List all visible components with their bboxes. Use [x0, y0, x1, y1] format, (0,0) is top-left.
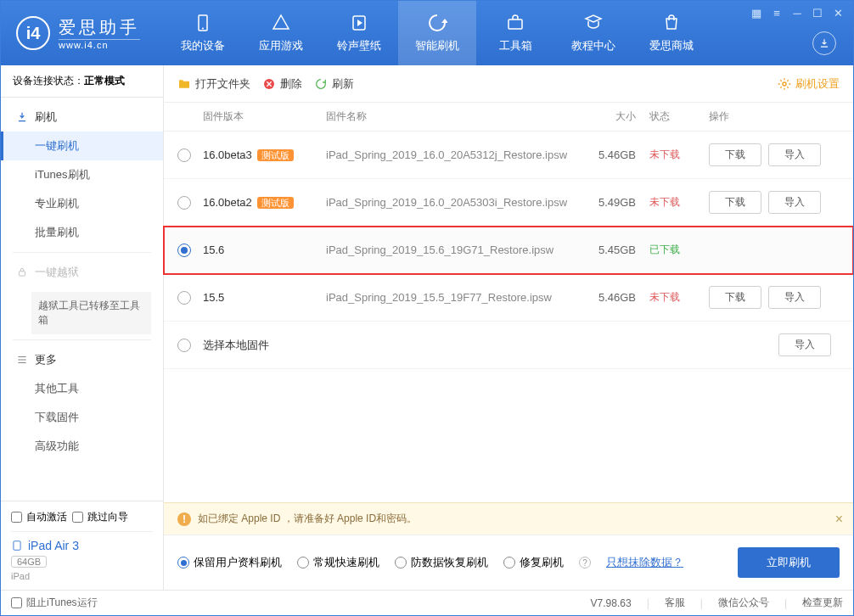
refresh-button[interactable]: 刷新	[314, 76, 354, 92]
download-manager-icon[interactable]	[812, 31, 836, 55]
svg-rect-3	[508, 20, 522, 29]
close-button[interactable]: ✕	[828, 4, 848, 21]
table-row[interactable]: 16.0beta3测试版iPad_Spring_2019_16.0_20A531…	[164, 132, 853, 179]
main-content: 打开文件夹 删除 刷新 刷机设置 固件版本 固件名称 大小 状态 操作 16.0…	[164, 65, 853, 590]
svg-rect-5	[14, 541, 20, 551]
row-radio[interactable]	[177, 196, 191, 210]
wechat-link[interactable]: 微信公众号	[718, 596, 769, 610]
sidebar-item-other-tools[interactable]: 其他工具	[1, 374, 163, 403]
nav-tutorial[interactable]: 教程中心	[554, 1, 632, 65]
minimize-button[interactable]: ─	[787, 4, 807, 21]
open-folder-button[interactable]: 打开文件夹	[177, 76, 250, 92]
header-name: 固件名称	[326, 109, 576, 124]
auto-activate-checkbox[interactable]: 自动激活	[11, 510, 67, 524]
option-keep-data[interactable]: 保留用户资料刷机	[177, 556, 282, 570]
beta-badge: 测试版	[257, 197, 294, 209]
header-status: 状态	[636, 109, 695, 124]
local-firmware-label: 选择本地固件	[203, 338, 326, 353]
nav-store[interactable]: 爱思商城	[632, 1, 711, 65]
import-button[interactable]: 导入	[768, 143, 821, 166]
menu-icon[interactable]: ≡	[767, 4, 787, 21]
warning-text: 如已绑定 Apple ID ，请准备好 Apple ID和密码。	[198, 512, 417, 526]
flash-icon	[16, 111, 28, 123]
erase-link[interactable]: 只想抹除数据？	[606, 556, 683, 570]
check-update-link[interactable]: 检查更新	[802, 596, 843, 610]
app-header: i4 爱思助手 www.i4.cn 我的设备 应用游戏 铃声壁纸 智能刷机 工具…	[1, 1, 853, 65]
download-button[interactable]: 下载	[709, 143, 761, 166]
close-warning-button[interactable]: ×	[835, 512, 843, 527]
row-version: 15.6	[203, 244, 326, 256]
row-version: 16.0beta3测试版	[203, 148, 326, 162]
connection-status: 设备连接状态：正常模式	[1, 65, 163, 98]
sidebar-item-pro[interactable]: 专业刷机	[1, 189, 163, 218]
device-capacity: 64GB	[11, 556, 47, 568]
flash-settings-button[interactable]: 刷机设置	[778, 76, 840, 92]
table-row[interactable]: 15.5iPad_Spring_2019_15.5_19F77_Restore.…	[164, 274, 853, 322]
app-name: 爱思助手	[59, 16, 140, 39]
nav-ringtones[interactable]: 铃声壁纸	[320, 1, 398, 65]
row-ops: 下载导入	[695, 191, 840, 214]
row-status: 未下载	[636, 148, 695, 162]
grid-icon[interactable]: ▦	[746, 4, 767, 21]
row-version: 15.5	[203, 291, 326, 304]
nav-apps[interactable]: 应用游戏	[242, 1, 320, 65]
toolbar: 打开文件夹 删除 刷新 刷机设置	[164, 65, 853, 103]
row-radio[interactable]	[177, 244, 191, 257]
maximize-button[interactable]: ☐	[807, 4, 828, 21]
option-repair[interactable]: 修复刷机	[503, 556, 564, 570]
table-header: 固件版本 固件名称 大小 状态 操作	[164, 103, 853, 132]
flash-now-button[interactable]: 立即刷机	[738, 547, 840, 578]
device-type: iPad	[11, 571, 153, 581]
download-button[interactable]: 下载	[709, 286, 761, 309]
sidebar-more-title[interactable]: 更多	[1, 345, 163, 374]
device-name[interactable]: iPad Air 3	[11, 539, 153, 552]
row-filename: iPad_Spring_2019_16.0_20A5303i_Restore.i…	[326, 196, 576, 209]
block-itunes-checkbox[interactable]: 阻止iTunes运行	[11, 596, 98, 610]
table-row[interactable]: 15.6iPad_Spring_2019_15.6_19G71_Restore.…	[164, 227, 853, 274]
svg-point-7	[783, 82, 786, 86]
warning-icon: !	[177, 512, 191, 526]
nav-toolbox[interactable]: 工具箱	[476, 1, 554, 65]
option-normal[interactable]: 常规快速刷机	[297, 556, 379, 570]
logo-icon: i4	[16, 16, 50, 50]
logo-area: i4 爱思助手 www.i4.cn	[1, 16, 155, 50]
import-button[interactable]: 导入	[778, 333, 831, 356]
header-version: 固件版本	[203, 109, 326, 124]
row-radio[interactable]	[177, 339, 191, 352]
version-label: V7.98.63	[591, 597, 632, 609]
delete-button[interactable]: 删除	[262, 76, 302, 92]
sidebar-item-itunes[interactable]: iTunes刷机	[1, 160, 163, 189]
download-button[interactable]: 下载	[709, 191, 761, 214]
beta-badge: 测试版	[257, 149, 294, 161]
sidebar-item-oneclick[interactable]: 一键刷机	[1, 132, 163, 160]
more-icon	[16, 354, 28, 366]
skip-guide-checkbox[interactable]: 跳过向导	[72, 510, 128, 524]
service-link[interactable]: 客服	[665, 596, 685, 610]
sidebar: 设备连接状态：正常模式 刷机 一键刷机 iTunes刷机 专业刷机 批量刷机 一…	[1, 65, 164, 590]
nav-my-device[interactable]: 我的设备	[164, 1, 242, 65]
sidebar-flash-title[interactable]: 刷机	[1, 103, 163, 132]
main-nav: 我的设备 应用游戏 铃声壁纸 智能刷机 工具箱 教程中心 爱思商城	[164, 1, 711, 65]
row-size: 5.45GB	[576, 244, 636, 256]
header-ops: 操作	[695, 109, 840, 124]
help-icon[interactable]: ?	[579, 557, 591, 568]
table-row-local[interactable]: 选择本地固件导入	[164, 322, 853, 369]
sidebar-item-advanced[interactable]: 高级功能	[1, 432, 163, 461]
import-button[interactable]: 导入	[768, 286, 821, 309]
row-status: 未下载	[636, 195, 695, 210]
import-button[interactable]: 导入	[768, 191, 821, 214]
row-version: 16.0beta2测试版	[203, 196, 326, 210]
sidebar-item-download-fw[interactable]: 下载固件	[1, 403, 163, 432]
row-size: 5.46GB	[576, 291, 636, 304]
row-filename: iPad_Spring_2019_15.5_19F77_Restore.ipsw	[326, 291, 576, 304]
nav-flash[interactable]: 智能刷机	[398, 1, 476, 65]
row-ops: 下载导入	[695, 143, 840, 166]
table-row[interactable]: 16.0beta2测试版iPad_Spring_2019_16.0_20A530…	[164, 179, 853, 227]
row-size: 5.46GB	[576, 148, 636, 161]
row-radio[interactable]	[177, 148, 191, 162]
option-anti-recovery[interactable]: 防数据恢复刷机	[395, 556, 488, 570]
sidebar-item-batch[interactable]: 批量刷机	[1, 218, 163, 247]
row-radio[interactable]	[177, 291, 191, 305]
row-status: 未下载	[636, 290, 695, 305]
warning-bar: ! 如已绑定 Apple ID ，请准备好 Apple ID和密码。 ×	[164, 502, 853, 535]
